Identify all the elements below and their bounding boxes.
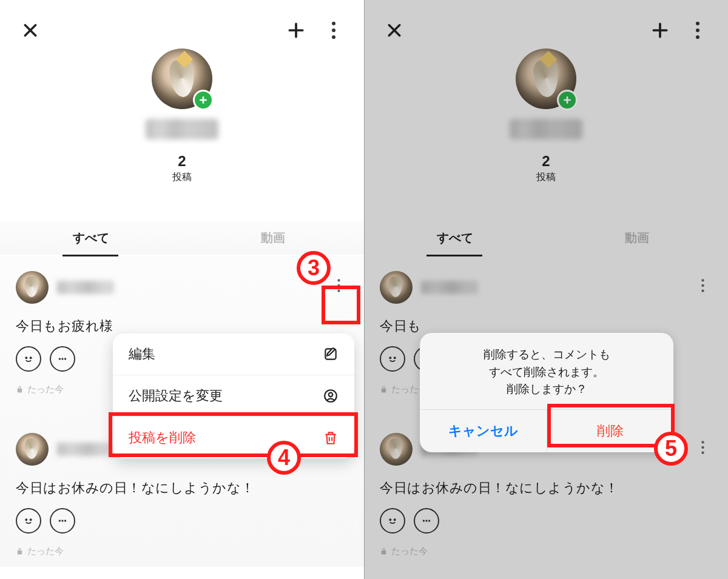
svg-point-14 bbox=[25, 519, 27, 520]
svg-point-26 bbox=[701, 284, 704, 287]
svg-point-33 bbox=[701, 441, 704, 443]
svg-point-39 bbox=[425, 520, 427, 521]
svg-point-35 bbox=[701, 452, 704, 454]
post-text: 今日もお疲れ様 bbox=[16, 317, 348, 335]
post-text: 今日はお休みの日！なにしようかな！ bbox=[380, 479, 712, 497]
svg-point-6 bbox=[25, 357, 27, 358]
svg-point-10 bbox=[64, 358, 66, 360]
svg-point-15 bbox=[30, 519, 32, 520]
screen-step-5: 2 投稿 すべて 動画 今日も bbox=[364, 0, 728, 579]
post-avatar[interactable] bbox=[16, 271, 49, 304]
svg-point-1 bbox=[332, 28, 335, 32]
tab-video[interactable]: 動画 bbox=[546, 221, 728, 255]
post-text: 今日はお休みの日！なにしようかな！ bbox=[16, 479, 348, 497]
post-author-blurred bbox=[57, 281, 114, 294]
post-time: たった今 bbox=[380, 546, 712, 557]
reaction-icon[interactable] bbox=[380, 508, 405, 534]
profile-header: 2 投稿 bbox=[364, 49, 728, 184]
tabs: すべて 動画 bbox=[364, 221, 728, 255]
annotation-badge-4: 4 bbox=[267, 441, 301, 475]
username-blurred bbox=[146, 119, 218, 139]
post-avatar[interactable] bbox=[16, 433, 49, 466]
delete-confirm-alert: 削除すると、コメントも すべて削除されます。 削除しますか？ キャンセル 削除 bbox=[420, 333, 673, 452]
menu-edit[interactable]: 編集 bbox=[113, 333, 354, 375]
svg-point-40 bbox=[428, 520, 430, 521]
post-author-blurred bbox=[57, 443, 114, 456]
tab-video[interactable]: 動画 bbox=[182, 221, 364, 255]
post-more-icon[interactable] bbox=[328, 275, 349, 296]
svg-point-21 bbox=[329, 393, 333, 397]
annotation-badge-3: 3 bbox=[297, 251, 331, 285]
profile-header: 2 投稿 bbox=[0, 49, 364, 184]
tab-all[interactable]: すべて bbox=[0, 221, 182, 255]
post-actions bbox=[16, 508, 348, 534]
svg-point-3 bbox=[337, 279, 340, 281]
post-more-icon[interactable] bbox=[692, 275, 713, 296]
svg-point-28 bbox=[389, 357, 391, 358]
screen-divider bbox=[364, 0, 365, 579]
comment-icon[interactable] bbox=[50, 346, 75, 372]
svg-point-17 bbox=[61, 520, 63, 521]
reaction-icon[interactable] bbox=[16, 508, 41, 534]
more-vertical-icon[interactable] bbox=[320, 17, 347, 44]
add-story-badge[interactable] bbox=[193, 90, 214, 110]
add-story-badge[interactable] bbox=[557, 90, 578, 110]
close-icon[interactable] bbox=[381, 17, 408, 44]
svg-point-37 bbox=[394, 519, 396, 520]
tabs: すべて 動画 bbox=[0, 221, 364, 255]
top-bar bbox=[364, 0, 728, 49]
svg-point-34 bbox=[701, 446, 704, 449]
svg-point-18 bbox=[64, 520, 66, 521]
comment-icon[interactable] bbox=[414, 508, 439, 534]
post-avatar[interactable] bbox=[380, 271, 413, 304]
comment-icon[interactable] bbox=[50, 508, 75, 534]
post-author-blurred bbox=[421, 281, 478, 294]
svg-point-7 bbox=[30, 357, 32, 358]
svg-point-22 bbox=[696, 22, 699, 25]
svg-point-5 bbox=[337, 290, 340, 292]
add-icon[interactable] bbox=[647, 17, 673, 44]
avatar[interactable] bbox=[516, 49, 576, 109]
svg-point-24 bbox=[696, 35, 699, 39]
annotation-badge-5: 5 bbox=[654, 432, 688, 466]
username-blurred bbox=[510, 119, 582, 139]
alert-message: 削除すると、コメントも すべて削除されます。 削除しますか？ bbox=[420, 333, 673, 409]
reaction-icon[interactable] bbox=[380, 346, 405, 372]
screen-step-3-4: 2 投稿 すべて 動画 今日もお疲れ様 bbox=[0, 0, 364, 579]
add-icon[interactable] bbox=[283, 17, 309, 44]
svg-point-23 bbox=[696, 28, 699, 32]
post-more-icon[interactable] bbox=[692, 437, 713, 458]
tab-all[interactable]: すべて bbox=[364, 221, 546, 255]
svg-point-36 bbox=[389, 519, 391, 520]
svg-point-2 bbox=[332, 35, 335, 39]
top-bar bbox=[0, 0, 364, 49]
avatar[interactable] bbox=[152, 49, 212, 109]
svg-point-27 bbox=[701, 290, 704, 292]
svg-point-8 bbox=[59, 358, 61, 360]
post-avatar[interactable] bbox=[380, 433, 413, 466]
svg-point-9 bbox=[61, 358, 63, 360]
svg-point-4 bbox=[337, 284, 340, 287]
menu-privacy[interactable]: 公開設定を変更 bbox=[113, 375, 354, 417]
post-count: 2 投稿 bbox=[536, 153, 556, 184]
post-time: たった今 bbox=[16, 546, 348, 557]
close-icon[interactable] bbox=[17, 17, 44, 44]
reaction-icon[interactable] bbox=[16, 346, 41, 372]
post-actions bbox=[380, 508, 712, 534]
svg-point-38 bbox=[423, 520, 425, 521]
post-count: 2 投稿 bbox=[172, 153, 192, 184]
svg-point-25 bbox=[701, 279, 704, 281]
post-actions-menu: 編集 公開設定を変更 投稿を削除 bbox=[113, 333, 354, 458]
svg-point-0 bbox=[332, 22, 335, 25]
menu-delete[interactable]: 投稿を削除 bbox=[113, 417, 354, 458]
alert-cancel-button[interactable]: キャンセル bbox=[420, 410, 547, 452]
svg-point-16 bbox=[59, 520, 61, 521]
svg-point-29 bbox=[394, 357, 396, 358]
more-vertical-icon[interactable] bbox=[684, 17, 711, 44]
